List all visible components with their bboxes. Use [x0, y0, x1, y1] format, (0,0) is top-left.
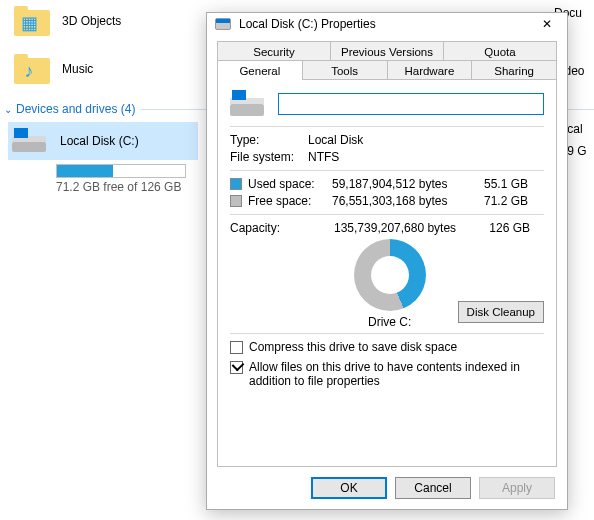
ok-button[interactable]: OK	[311, 477, 387, 499]
cancel-button[interactable]: Cancel	[395, 477, 471, 499]
drive-label-input[interactable]	[278, 93, 544, 115]
dialog-button-row: OK Cancel Apply	[207, 467, 567, 509]
tab-general[interactable]: General	[217, 60, 303, 80]
free-color-swatch	[230, 195, 242, 207]
tab-panel-general: Type:Local Disk File system:NTFS Used sp…	[217, 79, 557, 467]
type-label: Type:	[230, 133, 308, 147]
capacity-bytes: 135,739,207,680 bytes	[334, 221, 480, 235]
folder-label: Music	[62, 62, 93, 76]
used-color-swatch	[230, 178, 242, 190]
close-icon: ✕	[542, 17, 552, 31]
titlebar[interactable]: Local Disk (C:) Properties ✕	[207, 13, 567, 35]
drive-name: Local Disk (C:)	[60, 134, 139, 148]
properties-dialog: Local Disk (C:) Properties ✕ Security Pr…	[206, 12, 568, 510]
drive-item-c[interactable]: Local Disk (C:)	[8, 122, 198, 160]
chevron-down-icon: ⌄	[4, 104, 12, 115]
disk-cleanup-button[interactable]: Disk Cleanup	[458, 301, 544, 323]
used-gb: 55.1 GB	[478, 177, 528, 191]
apply-button[interactable]: Apply	[479, 477, 555, 499]
drive-icon	[10, 126, 50, 156]
drive-caption: Drive C:	[368, 315, 411, 329]
tab-hardware[interactable]: Hardware	[387, 60, 473, 80]
usage-pie-chart	[354, 239, 426, 311]
folder-label: 3D Objects	[62, 14, 121, 28]
free-bytes: 76,551,303,168 bytes	[332, 194, 478, 208]
free-label: Free space:	[248, 194, 332, 208]
tab-security[interactable]: Security	[217, 41, 331, 61]
drive-icon	[215, 18, 231, 30]
section-label: Devices and drives (4)	[16, 102, 135, 116]
free-gb: 71.2 GB	[478, 194, 528, 208]
tab-tools[interactable]: Tools	[302, 60, 388, 80]
used-bytes: 59,187,904,512 bytes	[332, 177, 478, 191]
filesystem-label: File system:	[230, 150, 308, 164]
folder-3d-icon: ▦	[14, 6, 50, 36]
folder-music-icon: ♪	[14, 54, 50, 84]
compress-label: Compress this drive to save disk space	[249, 340, 457, 354]
used-label: Used space:	[248, 177, 332, 191]
tab-sharing[interactable]: Sharing	[471, 60, 557, 80]
index-label: Allow files on this drive to have conten…	[249, 360, 544, 388]
close-button[interactable]: ✕	[533, 14, 561, 34]
checkbox-icon	[230, 341, 243, 354]
dialog-title: Local Disk (C:) Properties	[239, 17, 533, 31]
filesystem-value: NTFS	[308, 150, 339, 164]
capacity-gb: 126 GB	[480, 221, 530, 235]
index-checkbox-row[interactable]: Allow files on this drive to have conten…	[230, 360, 544, 388]
capacity-label: Capacity:	[230, 221, 334, 235]
tab-previous-versions[interactable]: Previous Versions	[330, 41, 444, 61]
drive-large-icon	[230, 90, 264, 118]
compress-checkbox-row[interactable]: Compress this drive to save disk space	[230, 340, 544, 354]
tab-quota[interactable]: Quota	[443, 41, 557, 61]
drive-usage-bar	[56, 164, 186, 178]
checkbox-checked-icon	[230, 361, 243, 374]
type-value: Local Disk	[308, 133, 363, 147]
